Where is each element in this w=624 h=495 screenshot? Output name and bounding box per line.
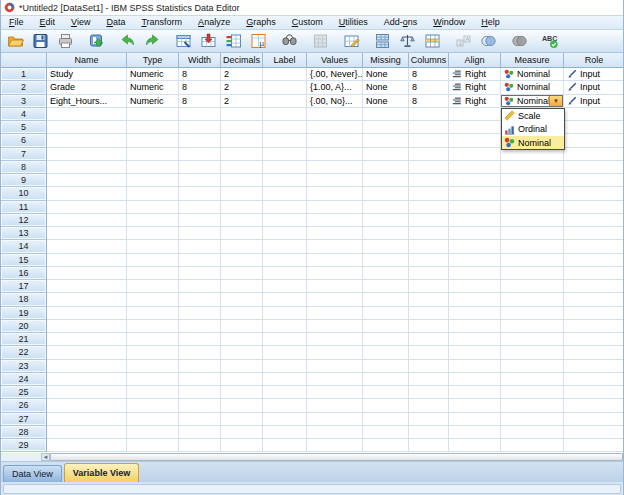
cell-measure-row28[interactable] <box>501 426 564 439</box>
cell-type-row1[interactable]: Numeric <box>127 68 179 81</box>
cell-type-row14[interactable] <box>127 240 179 253</box>
cell-role-row22[interactable] <box>564 346 623 359</box>
cell-values-row14[interactable] <box>307 240 363 253</box>
column-header-role[interactable]: Role <box>564 53 623 68</box>
split-file-button[interactable] <box>370 31 395 52</box>
cell-columns-row13[interactable] <box>409 227 449 240</box>
cell-decimals-row22[interactable] <box>221 346 263 359</box>
cell-decimals-row19[interactable] <box>221 307 263 320</box>
cell-decimals-row7[interactable] <box>221 148 263 161</box>
menu-edit[interactable]: Edit <box>32 16 64 29</box>
cell-missing-row15[interactable] <box>363 254 409 267</box>
cell-name-row6[interactable] <box>47 134 127 147</box>
cell-align-row15[interactable] <box>449 254 501 267</box>
cell-label-row3[interactable] <box>263 95 307 108</box>
cell-label-row2[interactable] <box>263 81 307 94</box>
cell-label-row28[interactable] <box>263 426 307 439</box>
cell-values-row22[interactable] <box>307 346 363 359</box>
cell-decimals-row2[interactable]: 2 <box>221 81 263 94</box>
cell-label-row6[interactable] <box>263 134 307 147</box>
cell-measure-row20[interactable] <box>501 320 564 333</box>
cell-align-row1[interactable]: Right <box>449 68 501 81</box>
cell-role-row5[interactable] <box>564 121 623 134</box>
cell-label-row5[interactable] <box>263 121 307 134</box>
cell-role-row14[interactable] <box>564 240 623 253</box>
cell-decimals-row1[interactable]: 2 <box>221 68 263 81</box>
tab-variable-view[interactable]: Variable View <box>64 463 139 482</box>
cell-label-row17[interactable] <box>263 280 307 293</box>
cell-label-row27[interactable] <box>263 413 307 426</box>
cell-values-row17[interactable] <box>307 280 363 293</box>
cell-values-row1[interactable]: {.00, Never}... <box>307 68 363 81</box>
cell-columns-row6[interactable] <box>409 134 449 147</box>
cell-type-row20[interactable] <box>127 320 179 333</box>
cell-decimals-row3[interactable]: 2 <box>221 95 263 108</box>
row-header-18[interactable]: 18 <box>1 293 47 306</box>
cell-missing-row6[interactable] <box>363 134 409 147</box>
cell-measure-row3[interactable]: Nominal▼ <box>501 95 564 108</box>
cell-missing-row2[interactable]: None <box>363 81 409 94</box>
cell-type-row8[interactable] <box>127 161 179 174</box>
cell-width-row11[interactable] <box>179 201 221 214</box>
row-header-14[interactable]: 14 <box>1 240 47 253</box>
cell-label-row12[interactable] <box>263 214 307 227</box>
cell-name-row22[interactable] <box>47 346 127 359</box>
cell-decimals-row20[interactable] <box>221 320 263 333</box>
cell-measure-row11[interactable] <box>501 201 564 214</box>
cell-width-row12[interactable] <box>179 214 221 227</box>
cell-name-row15[interactable] <box>47 254 127 267</box>
cell-values-row27[interactable] <box>307 413 363 426</box>
dropdown-option-scale[interactable]: Scale <box>502 109 564 123</box>
cell-width-row28[interactable] <box>179 426 221 439</box>
cell-measure-row15[interactable] <box>501 254 564 267</box>
cell-label-row1[interactable] <box>263 68 307 81</box>
cell-type-row9[interactable] <box>127 174 179 187</box>
cell-align-row23[interactable] <box>449 360 501 373</box>
cell-measure-row10[interactable] <box>501 187 564 200</box>
cell-decimals-row6[interactable] <box>221 134 263 147</box>
cell-name-row3[interactable]: Eight_Hours... <box>47 95 127 108</box>
cell-role-row2[interactable]: Input <box>564 81 623 94</box>
menu-window[interactable]: Window <box>425 16 473 29</box>
cell-values-row21[interactable] <box>307 333 363 346</box>
cell-type-row4[interactable] <box>127 108 179 121</box>
cell-decimals-row23[interactable] <box>221 360 263 373</box>
cell-missing-row5[interactable] <box>363 121 409 134</box>
column-header-name[interactable]: Name <box>47 53 127 68</box>
column-header-width[interactable]: Width <box>179 53 221 68</box>
cell-decimals-row17[interactable] <box>221 280 263 293</box>
dropdown-option-ordinal[interactable]: Ordinal <box>502 122 564 136</box>
cell-type-row3[interactable]: Numeric <box>127 95 179 108</box>
menu-view[interactable]: View <box>63 16 98 29</box>
cell-decimals-row8[interactable] <box>221 161 263 174</box>
cell-missing-row10[interactable] <box>363 187 409 200</box>
menu-file[interactable]: File <box>1 16 32 29</box>
cell-decimals-row26[interactable] <box>221 399 263 412</box>
cell-type-row28[interactable] <box>127 426 179 439</box>
column-header-columns[interactable]: Columns <box>409 53 449 68</box>
cell-name-row12[interactable] <box>47 214 127 227</box>
cell-missing-row11[interactable] <box>363 201 409 214</box>
cell-name-row18[interactable] <box>47 293 127 306</box>
cell-measure-row18[interactable] <box>501 293 564 306</box>
cell-role-row26[interactable] <box>564 399 623 412</box>
cell-width-row10[interactable] <box>179 187 221 200</box>
cell-label-row25[interactable] <box>263 386 307 399</box>
cell-columns-row5[interactable] <box>409 121 449 134</box>
menu-help[interactable]: Help <box>473 16 508 29</box>
cell-role-row15[interactable] <box>564 254 623 267</box>
cell-values-row3[interactable]: {.00, No}... <box>307 95 363 108</box>
cell-name-row14[interactable] <box>47 240 127 253</box>
print-button[interactable] <box>53 31 78 52</box>
cell-align-row24[interactable] <box>449 373 501 386</box>
measure-dropdown-button[interactable]: ▼ <box>549 96 562 106</box>
cell-label-row10[interactable] <box>263 187 307 200</box>
cell-missing-row27[interactable] <box>363 413 409 426</box>
row-header-28[interactable]: 28 <box>1 426 47 439</box>
cell-role-row24[interactable] <box>564 373 623 386</box>
cell-columns-row8[interactable] <box>409 161 449 174</box>
cell-width-row8[interactable] <box>179 161 221 174</box>
cell-columns-row26[interactable] <box>409 399 449 412</box>
cell-width-row17[interactable] <box>179 280 221 293</box>
cell-align-row11[interactable] <box>449 201 501 214</box>
